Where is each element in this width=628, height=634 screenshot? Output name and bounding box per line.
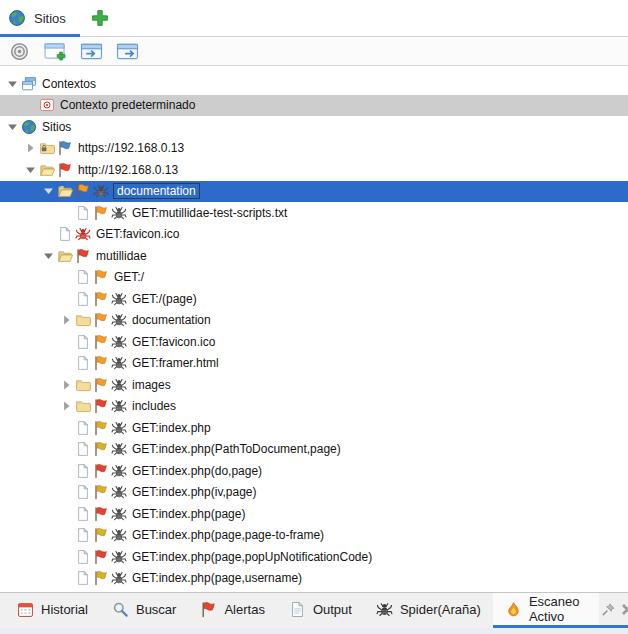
- flag-orange-icon: [93, 312, 109, 328]
- flag-red-icon: [75, 248, 91, 264]
- chevron-right-icon[interactable]: [22, 140, 39, 156]
- spider-gray-icon: [111, 441, 127, 457]
- tab-label: Historial: [41, 602, 88, 617]
- tree-row[interactable]: GET:index.php(page,page-to-frame): [0, 525, 628, 547]
- flag-blue-icon: [57, 140, 73, 156]
- tab-spider-ara-a-[interactable]: Spider(Araña): [364, 593, 493, 625]
- chevron-right-icon[interactable]: [58, 398, 75, 414]
- flag-orange-icon: [93, 334, 109, 350]
- flame-icon: [505, 601, 522, 618]
- tree-row[interactable]: GET:favicon.ico: [0, 224, 628, 246]
- folder-open-icon: [57, 248, 73, 264]
- tree-row[interactable]: documentation: [0, 181, 628, 203]
- spider-gray-icon: [111, 506, 127, 522]
- tree-row[interactable]: GET:index.php(iv,page): [0, 482, 628, 504]
- flag-orange-icon: [93, 377, 109, 393]
- tree-row[interactable]: Contextos: [0, 73, 628, 95]
- bottom-strip: [0, 628, 628, 634]
- chevron-right-icon[interactable]: [58, 312, 75, 328]
- tree-row[interactable]: https://192.168.0.13: [0, 138, 628, 160]
- calendar-icon: [17, 601, 34, 618]
- scope-target-button[interactable]: [7, 41, 32, 62]
- new-context-button[interactable]: [43, 41, 68, 62]
- file-icon: [75, 463, 91, 479]
- tree-row[interactable]: mutillidae: [0, 245, 628, 267]
- tree-row[interactable]: images: [0, 374, 628, 396]
- flag-gold-icon: [93, 420, 109, 436]
- tab-output[interactable]: Output: [277, 593, 364, 625]
- tree-row[interactable]: GET:/: [0, 267, 628, 289]
- tree-row-label: GET:index.php(page,username): [132, 571, 302, 585]
- tree-row-label: Contextos: [42, 77, 96, 91]
- chevron-down-icon[interactable]: [4, 119, 21, 135]
- flag-orange-icon: [93, 205, 109, 221]
- tree-row[interactable]: GET:index.php(page,username): [0, 568, 628, 590]
- tree-row-label: GET:/: [114, 270, 144, 284]
- flag-gold-icon: [93, 441, 109, 457]
- spider-gray-icon: [111, 334, 127, 350]
- tree-row[interactable]: GET:index.php(page,popUpNotificationCode…: [0, 546, 628, 568]
- tab-historial[interactable]: Historial: [5, 593, 100, 625]
- tab-label: Buscar: [136, 602, 176, 617]
- window-import-icon: [80, 42, 103, 61]
- flag-gold-icon: [93, 570, 109, 586]
- flag-red-icon: [200, 601, 217, 618]
- tree-row[interactable]: GET:framer.html: [0, 353, 628, 375]
- tree-row[interactable]: GET:mutillidae-test-scripts.txt: [0, 202, 628, 224]
- tab-sitios-label: Sitios: [34, 11, 66, 26]
- tree-row[interactable]: GET:favicon.ico: [0, 331, 628, 353]
- file-icon: [75, 355, 91, 371]
- search-icon: [112, 601, 129, 618]
- tab-label: Spider(Araña): [400, 602, 481, 617]
- file-icon: [75, 205, 91, 221]
- file-icon: [57, 226, 73, 242]
- tree-row[interactable]: GET:index.php: [0, 417, 628, 439]
- tab-sitios[interactable]: Sitios: [0, 0, 80, 36]
- window-plus-icon: [44, 42, 67, 61]
- sites-tree[interactable]: ContextosContexto predeterminadoSitiosht…: [0, 66, 628, 592]
- folder-open-icon: [39, 162, 55, 178]
- tree-row-label: GET:mutillidae-test-scripts.txt: [132, 206, 287, 220]
- expander-spacer: [22, 97, 39, 113]
- folder-closed-icon: [75, 312, 91, 328]
- tree-row[interactable]: includes: [0, 396, 628, 418]
- folder-closed-icon: [75, 377, 91, 393]
- flag-orange-icon: [93, 291, 109, 307]
- chevron-down-icon[interactable]: [4, 76, 21, 92]
- plus-icon: [91, 9, 109, 27]
- tab-alertas[interactable]: Alertas: [188, 593, 276, 625]
- chevron-down-icon[interactable]: [22, 162, 39, 178]
- flag-gold-icon: [93, 527, 109, 543]
- pin-icon: [601, 602, 616, 617]
- flag-red-icon: [93, 549, 109, 565]
- file-icon: [75, 549, 91, 565]
- sites-toolbar: [0, 37, 628, 66]
- tab-buscar[interactable]: Buscar: [100, 593, 188, 625]
- tree-row-label-editing: documentation: [113, 183, 200, 199]
- tree-row[interactable]: http://192.168.0.13: [0, 159, 628, 181]
- target-gray-icon: [8, 42, 31, 61]
- tree-row-label: images: [132, 378, 171, 392]
- tree-row[interactable]: GET:/(page): [0, 288, 628, 310]
- chevron-right-icon[interactable]: [58, 377, 75, 393]
- chevron-down-icon[interactable]: [40, 183, 57, 199]
- document-icon: [289, 601, 306, 618]
- tree-row[interactable]: GET:index.php(page): [0, 503, 628, 525]
- tree-row[interactable]: Contexto predeterminado: [0, 95, 628, 117]
- bottom-tab-bar: HistorialBuscarAlertasOutputSpider(Araña…: [0, 592, 628, 634]
- tab-escaneo-activo[interactable]: Escaneo Activo: [493, 593, 600, 625]
- import-context-button[interactable]: [79, 41, 104, 62]
- close-tab-button[interactable]: [620, 601, 628, 618]
- export-context-button[interactable]: [115, 41, 140, 62]
- tree-row[interactable]: Sitios: [0, 116, 628, 138]
- tree-row[interactable]: GET:index.php(PathToDocument,page): [0, 439, 628, 461]
- pin-tab-button[interactable]: [601, 601, 616, 618]
- tree-row-label: GET:index.php(page,page-to-frame): [132, 528, 324, 542]
- zap-sites-panel: Sitios ContextosContexto predeterminadoS…: [0, 0, 628, 634]
- spider-gray-icon: [111, 549, 127, 565]
- chevron-down-icon[interactable]: [40, 248, 57, 264]
- add-tab-button[interactable]: [84, 0, 116, 36]
- tree-row[interactable]: GET:index.php(do,page): [0, 460, 628, 482]
- tree-row[interactable]: documentation: [0, 310, 628, 332]
- tree-row-label: GET:index.php(do,page): [132, 464, 262, 478]
